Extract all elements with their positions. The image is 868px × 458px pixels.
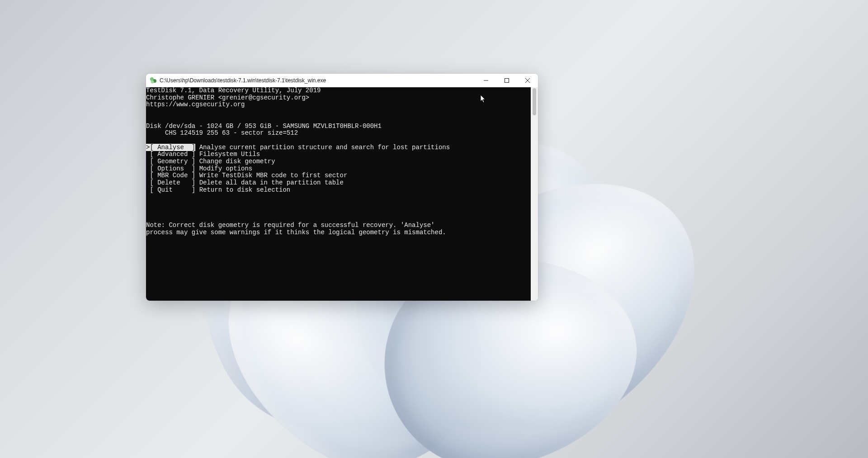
titlebar[interactable]: C:\Users\hp\Downloads\testdisk-7.1.win\t… (146, 74, 538, 87)
menu-item-delete[interactable]: [ Delete ] Delete all data in the partit… (146, 179, 531, 187)
header-line-1: TestDisk 7.1, Data Recovery Utility, Jul… (146, 87, 321, 94)
svg-rect-3 (505, 79, 509, 83)
menu-item-quit[interactable]: [ Quit ] Return to disk selection (146, 187, 531, 194)
minimize-button[interactable] (476, 74, 496, 87)
disk-info-line-2: CHS 124519 255 63 - sector size=512 (146, 129, 298, 137)
maximize-button[interactable] (496, 74, 517, 87)
menu-item-analyse[interactable]: >[ Analyse ] Analyse current partition s… (146, 144, 531, 151)
terminal-output[interactable]: TestDisk 7.1, Data Recovery Utility, Jul… (146, 87, 531, 301)
window-title: C:\Users\hp\Downloads\testdisk-7.1.win\t… (160, 77, 326, 84)
note-line-1: Note: Correct disk geometry is required … (146, 222, 435, 229)
menu-item-options[interactable]: [ Options ] Modify options (146, 165, 531, 173)
menu-item-mbr-code[interactable]: [ MBR Code ] Write TestDisk MBR code to … (146, 172, 531, 179)
menu-item-advanced[interactable]: [ Advanced ] Filesystem Utils (146, 151, 531, 158)
menu-item-geometry[interactable]: [ Geometry ] Change disk geometry (146, 158, 531, 165)
header-line-2: Christophe GRENIER <grenier@cgsecurity.o… (146, 94, 309, 101)
note-line-2: process may give some warnings if it thi… (146, 229, 446, 236)
scrollbar[interactable] (531, 87, 538, 301)
app-icon (150, 77, 157, 84)
close-button[interactable] (517, 74, 538, 87)
disk-info-line-1: Disk /dev/sda - 1024 GB / 953 GiB - SAMS… (146, 123, 382, 130)
svg-point-2 (151, 80, 154, 84)
header-line-3: https://www.cgsecurity.org (146, 101, 245, 108)
console-window: C:\Users\hp\Downloads\testdisk-7.1.win\t… (146, 74, 538, 301)
scrollbar-thumb[interactable] (533, 88, 536, 115)
